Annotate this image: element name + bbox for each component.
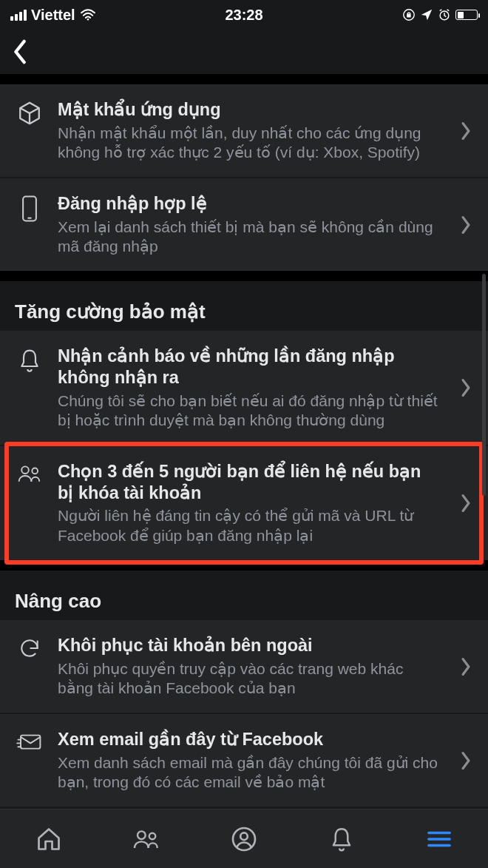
row-title: Khôi phục tài khoản bên ngoài <box>58 635 439 656</box>
row-title: Nhận cảnh báo về những lần đăng nhập khô… <box>58 346 439 388</box>
row-subtitle: Khôi phục quyền truy cập vào các trang w… <box>58 659 439 699</box>
chevron-right-icon <box>455 121 476 141</box>
chevron-right-icon <box>455 494 476 513</box>
svg-point-12 <box>240 832 248 840</box>
clock: 23:28 <box>0 7 488 24</box>
row-subtitle: Xem danh sách email mà gần đây chúng tôi… <box>58 753 439 793</box>
row-trusted-contacts[interactable]: Chọn 3 đến 5 người bạn để liên hệ nếu bạ… <box>0 445 488 560</box>
chevron-right-icon <box>455 657 476 676</box>
chevron-right-icon <box>455 215 476 235</box>
tab-friends[interactable] <box>98 827 195 851</box>
row-subtitle: Người liên hệ đáng tin cậy có thể gửi mã… <box>58 506 439 545</box>
row-recent-emails[interactable]: Xem email gần đây từ Facebook Xem danh s… <box>0 713 488 807</box>
row-authorized-logins[interactable]: Đăng nhập hợp lệ Xem lại danh sách thiết… <box>0 177 488 271</box>
row-subtitle: Chúng tôi sẽ cho bạn biết nếu ai đó đăng… <box>58 391 439 431</box>
row-subtitle: Xem lại danh sách thiết bị mà bạn sẽ khô… <box>58 218 439 257</box>
back-button[interactable] <box>12 39 28 64</box>
svg-point-9 <box>138 831 146 839</box>
settings-content: Mật khẩu ứng dụng Nhận mật khẩu một lần,… <box>0 74 488 809</box>
row-external-recovery[interactable]: Khôi phục tài khoản bên ngoài Khôi phục … <box>0 620 488 713</box>
svg-point-7 <box>32 468 38 474</box>
row-title: Mật khẩu ứng dụng <box>58 99 439 121</box>
section-heading-advanced: Nâng cao <box>0 571 488 620</box>
box-icon <box>15 99 44 126</box>
scroll-indicator <box>482 274 486 496</box>
nav-bar <box>0 30 488 74</box>
bell-icon <box>15 346 44 374</box>
chevron-right-icon <box>455 378 476 397</box>
tab-notifications[interactable] <box>293 826 390 852</box>
mail-icon <box>15 729 44 753</box>
tab-profile[interactable] <box>195 826 293 852</box>
tab-home[interactable] <box>0 826 98 852</box>
row-subtitle: Nhận mật khẩu một lần, duy nhất cho các … <box>58 124 439 163</box>
row-title: Xem email gần đây từ Facebook <box>58 729 439 750</box>
tab-bar <box>0 809 488 868</box>
row-title: Chọn 3 đến 5 người bạn để liên hệ nếu bạ… <box>58 461 439 503</box>
tab-menu[interactable] <box>390 829 488 850</box>
svg-rect-4 <box>23 197 36 221</box>
friends-icon <box>15 461 44 485</box>
svg-rect-8 <box>21 736 40 749</box>
battery-icon <box>455 10 478 20</box>
row-login-alerts[interactable]: Nhận cảnh báo về những lần đăng nhập khô… <box>0 331 488 445</box>
row-title: Đăng nhập hợp lệ <box>58 193 439 215</box>
svg-point-6 <box>21 467 29 474</box>
section-heading-security: Tăng cường bảo mật <box>0 281 488 331</box>
row-app-passwords[interactable]: Mật khẩu ứng dụng Nhận mật khẩu một lần,… <box>0 84 488 177</box>
refresh-icon <box>15 635 44 660</box>
chevron-right-icon <box>455 751 476 770</box>
svg-point-10 <box>149 832 156 839</box>
phone-icon <box>15 193 44 223</box>
status-bar: Viettel 23:28 <box>0 0 488 30</box>
